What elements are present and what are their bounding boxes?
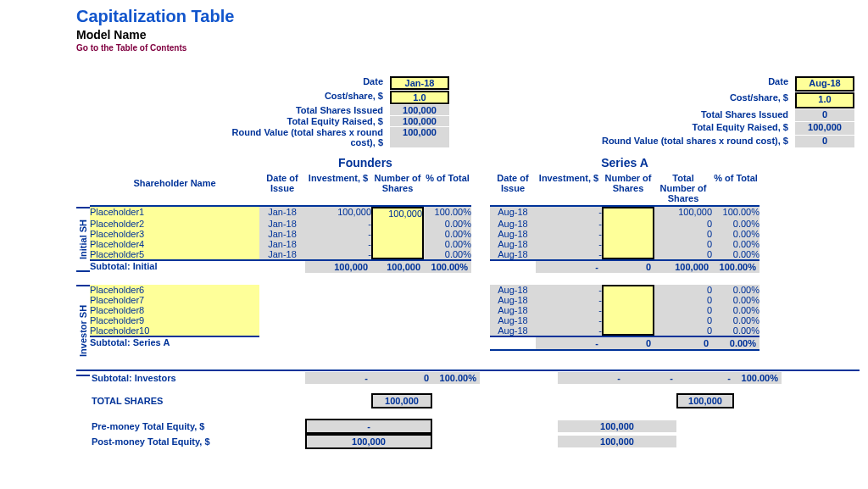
inv-sdate-4: Aug-18 [490, 325, 536, 336]
st-init-stot: 100,000 [654, 259, 712, 273]
metric-label-roundval-s: Round Value (total shares x round cost),… [549, 136, 792, 147]
section-seriesa: Series A [490, 156, 760, 169]
col-date-f: Date of Issue [259, 171, 305, 207]
seriesa-shares: 0 [795, 109, 854, 121]
col-date-s: Date of Issue [490, 171, 536, 207]
inv-sdate-2: Aug-18 [490, 305, 536, 315]
seriesa-date[interactable]: Aug-18 [795, 76, 854, 92]
postmoney-label: Post-money Total Equity, $ [90, 436, 259, 447]
row-sinv-3: - [536, 239, 602, 249]
row-fshares-2[interactable] [371, 229, 424, 239]
st-init-finv: 100,000 [305, 259, 371, 273]
inv-spct-3: 0.00% [712, 315, 760, 325]
metric-label-cost: Cost/share, $ [208, 91, 387, 104]
row-fshares-4[interactable] [371, 249, 424, 259]
premoney-label: Pre-money Total Equity, $ [90, 421, 259, 431]
inv-stot-4: 0 [654, 325, 712, 336]
row-name-2[interactable]: Placeholder3 [90, 229, 259, 239]
vlabel-investor: Investor SH [76, 285, 90, 376]
row-fpct-0: 100.00% [424, 207, 471, 219]
inv-name-4[interactable]: Placeholder10 [90, 325, 259, 336]
founders-cost[interactable]: 1.0 [390, 91, 449, 104]
row-fdate-4: Jan-18 [259, 249, 305, 259]
row-fshares-3[interactable] [371, 239, 424, 249]
row-sdate-0: Aug-18 [490, 207, 536, 219]
metric-label-cost-s: Cost/share, $ [549, 92, 792, 108]
col-shareholder: Shareholder Name [90, 171, 259, 207]
st-init-fsh: 100,000 [371, 259, 424, 273]
subtotal-investors-s-inv: - [558, 372, 624, 384]
st-sa-tot: 0 [654, 336, 712, 349]
postmoney-f: 100,000 [305, 434, 432, 449]
metric-label-shares: Total Shares Issued [208, 105, 387, 115]
seriesa-cost[interactable]: 1.0 [795, 92, 854, 108]
row-sinv-0: - [536, 207, 602, 219]
subtotal-investors-label: Subtotal: Investors [90, 373, 259, 383]
row-fdate-0: Jan-18 [259, 207, 305, 219]
vlabel-initial: Initial SH [76, 207, 90, 272]
inv-name-2[interactable]: Placeholder8 [90, 305, 259, 315]
col-tot-s: Total Number of Shares [654, 171, 712, 207]
premoney-f: - [305, 419, 432, 434]
st-sa-inv: - [536, 336, 602, 349]
founders-date[interactable]: Jan-18 [390, 76, 449, 90]
row-finv-1: - [305, 219, 371, 229]
row-sdate-1: Aug-18 [490, 219, 536, 229]
row-sshares-2[interactable] [602, 229, 654, 239]
row-name-3[interactable]: Placeholder4 [90, 239, 259, 249]
total-shares-s: 100,000 [676, 393, 734, 408]
row-spct-4: 0.00% [712, 249, 760, 259]
inv-sshares-0[interactable] [602, 285, 654, 295]
row-stot-4: 0 [654, 249, 712, 259]
row-sinv-1: - [536, 219, 602, 229]
row-fshares-0[interactable]: 100,000 [371, 207, 424, 219]
row-sshares-4[interactable] [602, 249, 654, 259]
inv-sshares-1[interactable] [602, 295, 654, 305]
inv-sshares-2[interactable] [602, 305, 654, 315]
row-fshares-1[interactable] [371, 219, 424, 229]
row-sshares-3[interactable] [602, 239, 654, 249]
subtotal-investors-f-pct: 100.00% [432, 372, 480, 384]
inv-name-3[interactable]: Placeholder9 [90, 315, 259, 325]
row-fpct-1: 0.00% [424, 219, 471, 229]
row-stot-1: 0 [654, 219, 712, 229]
col-shares-f: Number of Shares [371, 171, 424, 207]
row-finv-2: - [305, 229, 371, 239]
toc-link[interactable]: Go to the Table of Contents [76, 43, 860, 53]
row-fpct-3: 0.00% [424, 239, 471, 249]
row-sinv-4: - [536, 249, 602, 259]
inv-sshares-4[interactable] [602, 325, 654, 336]
inv-sinv-1: - [536, 295, 602, 305]
founders-equity: 100,000 [390, 116, 449, 126]
row-fpct-2: 0.00% [424, 229, 471, 239]
col-inv-s: Investment, $ [536, 171, 602, 207]
postmoney-s: 100,000 [558, 436, 676, 447]
row-sshares-0[interactable] [602, 207, 654, 219]
st-init-sinv: - [536, 259, 602, 273]
row-spct-2: 0.00% [712, 229, 760, 239]
inv-name-1[interactable]: Placeholder7 [90, 295, 259, 305]
premoney-s: 100,000 [558, 420, 676, 432]
inv-stot-0: 0 [654, 285, 712, 295]
inv-sinv-4: - [536, 325, 602, 336]
inv-sshares-3[interactable] [602, 315, 654, 325]
round-metrics: Date Jan-18 Cost/share, $ 1.0 Total Shar… [76, 76, 860, 147]
row-name-1[interactable]: Placeholder2 [90, 219, 259, 229]
col-inv-f: Investment, $ [305, 171, 371, 207]
row-spct-0: 100.00% [712, 207, 760, 219]
page-title: Capitalization Table [76, 7, 860, 26]
model-name: Model Name [76, 28, 860, 42]
metric-label-roundval: Round Value (total shares x round cost),… [208, 127, 387, 147]
row-name-4[interactable]: Placeholder5 [90, 249, 259, 259]
subtotal-investors-s-tot: - [676, 372, 734, 384]
st-sa-pct: 0.00% [712, 336, 760, 349]
inv-sdate-3: Aug-18 [490, 315, 536, 325]
row-sdate-2: Aug-18 [490, 229, 536, 239]
row-name-0[interactable]: Placeholder1 [90, 207, 259, 219]
founders-roundval: 100,000 [390, 127, 449, 147]
row-sshares-1[interactable] [602, 219, 654, 229]
inv-spct-0: 0.00% [712, 285, 760, 295]
inv-name-0[interactable]: Placeholder6 [90, 285, 259, 295]
row-finv-4: - [305, 249, 371, 259]
inv-sinv-2: - [536, 305, 602, 315]
